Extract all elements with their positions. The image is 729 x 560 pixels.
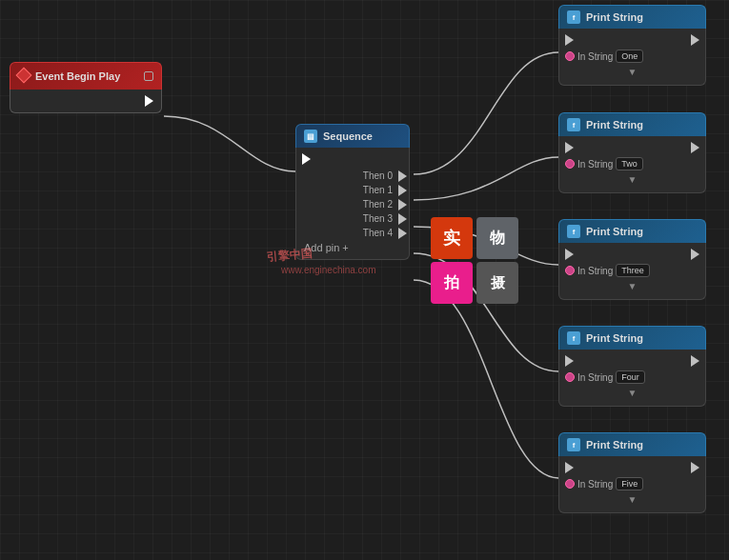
print5-in-string: In String Five (559, 475, 705, 492)
print4-exec-row (559, 353, 705, 369)
print-string-node-3: f Print String In String Three ▼ (558, 219, 706, 300)
sequence-exec-in (296, 151, 409, 169)
node-options-icon[interactable] (144, 71, 153, 81)
then2-pin (398, 199, 407, 210)
print3-expand[interactable]: ▼ (559, 279, 705, 293)
print5-exec-row (559, 460, 705, 475)
sequence-then-4: Then 4 (296, 226, 409, 240)
print2-exec-row (559, 140, 705, 155)
print4-value: Four (616, 370, 645, 384)
print2-body: In String Two ▼ (558, 136, 706, 193)
event-begin-play-node: Event Begin Play (10, 62, 162, 113)
print2-expand[interactable]: ▼ (559, 172, 705, 187)
sequence-title: Sequence (323, 130, 373, 142)
print1-value: One (616, 50, 643, 63)
print4-exec-out (691, 355, 699, 367)
print1-expand[interactable]: ▼ (559, 65, 705, 79)
event-diamond-icon (18, 68, 30, 85)
sticker-wu: 物 (476, 217, 518, 259)
print4-expand[interactable]: ▼ (559, 386, 705, 400)
add-pin-button[interactable]: Add pin + (296, 240, 409, 255)
print1-data-pin (565, 51, 575, 61)
print5-exec-out (691, 462, 699, 473)
sticker-shi: 实 (431, 217, 473, 259)
sticker-she: 摄 (476, 262, 518, 304)
print1-func-icon: f (567, 10, 580, 24)
print2-in-string: In String Two (559, 155, 705, 172)
print2-exec-in (565, 142, 574, 153)
then4-label: Then 4 (363, 228, 393, 238)
then3-label: Then 3 (363, 213, 393, 224)
then1-label: Then 1 (363, 185, 393, 195)
sequence-icon: ▤ (304, 130, 317, 143)
print5-body: In String Five ▼ (558, 456, 706, 513)
then4-pin (398, 228, 407, 239)
then2-label: Then 2 (363, 199, 393, 210)
print2-value: Two (616, 157, 643, 170)
sequence-then-0: Then 0 (296, 169, 409, 183)
event-begin-play-title: Event Begin Play (35, 70, 120, 82)
watermark-line1: 引擎中国 (266, 246, 313, 266)
print3-exec-out (691, 249, 699, 260)
print3-func-icon: f (567, 225, 580, 238)
print4-body: In String Four ▼ (558, 350, 706, 407)
print3-title: Print String (586, 226, 643, 237)
then1-pin (398, 185, 407, 196)
sequence-then-1: Then 1 (296, 183, 409, 197)
print4-title: Print String (586, 332, 643, 344)
print3-exec-row (559, 247, 705, 262)
print1-exec-row (559, 32, 705, 48)
print4-in-string: In String Four (559, 369, 705, 386)
exec-output-pin (145, 95, 153, 107)
print4-in-string-label: In String (577, 372, 613, 383)
print3-in-string-label: In String (577, 266, 613, 276)
print3-exec-in (565, 249, 574, 260)
print4-exec-in (565, 355, 574, 367)
print4-data-pin (565, 372, 575, 382)
print2-exec-out (691, 142, 699, 153)
print2-func-icon: f (567, 118, 580, 131)
print5-title: Print String (586, 439, 643, 450)
exec-in-arrow (302, 153, 311, 167)
print1-exec-out (691, 34, 699, 46)
print3-header: f Print String (558, 219, 706, 243)
print5-data-pin (565, 479, 575, 489)
print5-expand[interactable]: ▼ (559, 492, 705, 507)
print3-data-pin (565, 266, 575, 275)
sequence-node: ▤ Sequence Then 0 Then 1 Then 2 Then 3 T (295, 124, 410, 260)
print1-in-string-label: In String (577, 51, 613, 62)
print5-value: Five (616, 477, 643, 490)
event-begin-play-body (10, 90, 162, 113)
print1-title: Print String (586, 11, 643, 23)
print-string-node-4: f Print String In String Four ▼ (558, 326, 706, 407)
print3-value: Three (616, 264, 650, 277)
print5-exec-in (565, 462, 574, 473)
print3-body: In String Three ▼ (558, 243, 706, 300)
watermark-line2: www.enginechina.com (281, 265, 376, 275)
print1-in-string: In String One (559, 48, 705, 65)
print1-body: In String One ▼ (558, 29, 706, 86)
event-begin-play-header: Event Begin Play (10, 62, 162, 90)
print1-header: f Print String (558, 5, 706, 29)
sequence-body: Then 0 Then 1 Then 2 Then 3 Then 4 Add p… (295, 148, 410, 260)
print5-in-string-label: In String (577, 479, 613, 490)
print-string-node-2: f Print String In String Two ▼ (558, 112, 706, 193)
print2-in-string-label: In String (577, 159, 613, 170)
print5-func-icon: f (567, 438, 580, 451)
sticker-pai: 拍 (431, 262, 473, 304)
print2-header: f Print String (558, 112, 706, 136)
then3-pin (398, 213, 407, 225)
print-string-node-1: f Print String In String One ▼ (558, 5, 706, 86)
sequence-then-3: Then 3 (296, 211, 409, 226)
then0-pin (398, 170, 407, 182)
print5-header: f Print String (558, 432, 706, 456)
print4-func-icon: f (567, 331, 580, 345)
print3-in-string: In String Three (559, 262, 705, 279)
print1-exec-in (565, 34, 574, 46)
print2-title: Print String (586, 119, 643, 130)
sequence-then-2: Then 2 (296, 197, 409, 211)
sequence-header: ▤ Sequence (295, 124, 410, 148)
then0-label: Then 0 (363, 170, 393, 181)
print-string-node-5: f Print String In String Five ▼ (558, 432, 706, 513)
print2-data-pin (565, 159, 575, 169)
